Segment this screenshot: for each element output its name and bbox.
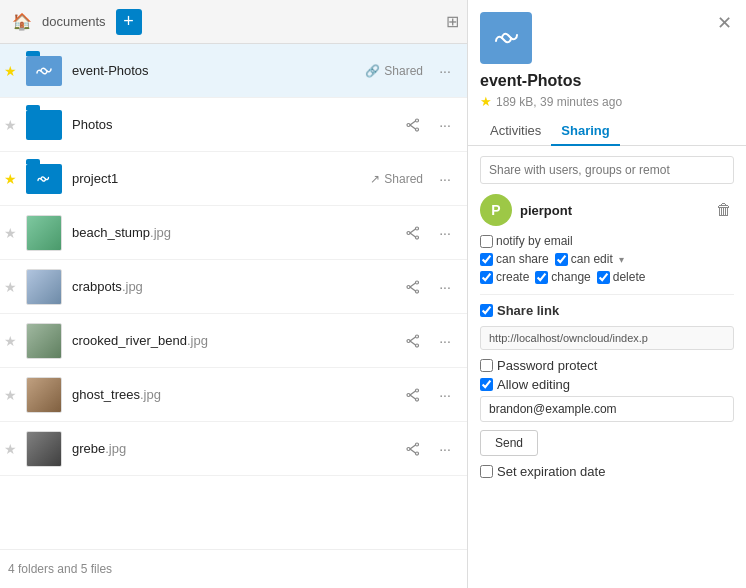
more-button[interactable]: ··· bbox=[431, 57, 459, 85]
star-icon[interactable]: ★ bbox=[4, 171, 24, 187]
svg-line-8 bbox=[410, 229, 416, 233]
permissions-section: notify by email can share can edit ▾ cre… bbox=[480, 234, 734, 284]
user-avatar: P bbox=[480, 194, 512, 226]
detail-header: ✕ bbox=[468, 0, 746, 72]
svg-line-29 bbox=[410, 449, 416, 453]
row-actions: ··· bbox=[399, 435, 459, 463]
star-icon[interactable]: ★ bbox=[4, 279, 24, 295]
svg-point-17 bbox=[407, 339, 410, 342]
list-item[interactable]: ★ crabpots.jpg ··· bbox=[0, 260, 467, 314]
shared-user-row: P pierpont 🗑 bbox=[480, 194, 734, 226]
home-icon[interactable]: 🏠 bbox=[8, 8, 36, 36]
more-button[interactable]: ··· bbox=[431, 111, 459, 139]
row-actions: ··· bbox=[431, 57, 459, 85]
star-icon[interactable]: ★ bbox=[4, 441, 24, 457]
delete-label[interactable]: delete bbox=[597, 270, 646, 284]
delete-checkbox[interactable] bbox=[597, 271, 610, 284]
share-button[interactable] bbox=[399, 219, 427, 247]
divider bbox=[480, 294, 734, 295]
email-input[interactable] bbox=[480, 396, 734, 422]
more-button[interactable]: ··· bbox=[431, 273, 459, 301]
more-button[interactable]: ··· bbox=[431, 435, 459, 463]
more-button[interactable]: ··· bbox=[431, 165, 459, 193]
can-edit-label[interactable]: can edit bbox=[555, 252, 613, 266]
share-icon-small: ↗ bbox=[370, 172, 380, 186]
expiration-row: Set expiration date bbox=[480, 464, 734, 479]
filename: event-Photos bbox=[72, 63, 365, 78]
svg-point-16 bbox=[416, 344, 419, 347]
svg-point-15 bbox=[416, 335, 419, 338]
top-bar: 🏠 documents + ⊞ bbox=[0, 0, 467, 44]
share-button[interactable] bbox=[399, 327, 427, 355]
star-icon[interactable]: ★ bbox=[4, 117, 24, 133]
list-item[interactable]: ★ beach_stump.jpg ··· bbox=[0, 206, 467, 260]
svg-line-23 bbox=[410, 391, 416, 395]
notify-email-checkbox[interactable] bbox=[480, 235, 493, 248]
file-list: ★ event-Photos 🔗 Shared ··· ★ bbox=[0, 44, 467, 549]
star-icon[interactable]: ★ bbox=[4, 63, 24, 79]
star-icon[interactable]: ★ bbox=[4, 333, 24, 349]
expiration-label[interactable]: Set expiration date bbox=[480, 464, 605, 479]
can-share-checkbox[interactable] bbox=[480, 253, 493, 266]
can-edit-checkbox[interactable] bbox=[555, 253, 568, 266]
svg-line-19 bbox=[410, 341, 416, 345]
password-protect-checkbox[interactable] bbox=[480, 359, 493, 372]
notify-row: notify by email bbox=[480, 234, 734, 248]
list-item[interactable]: ★ crooked_river_bend.jpg ··· bbox=[0, 314, 467, 368]
file-thumbnail bbox=[24, 375, 64, 415]
more-button[interactable]: ··· bbox=[431, 381, 459, 409]
svg-point-5 bbox=[416, 227, 419, 230]
share-button[interactable] bbox=[399, 111, 427, 139]
list-item[interactable]: ★ ghost_trees.jpg ··· bbox=[0, 368, 467, 422]
svg-line-13 bbox=[410, 283, 416, 287]
share-link-label[interactable]: Share link bbox=[480, 303, 559, 318]
tab-sharing[interactable]: Sharing bbox=[551, 117, 619, 146]
svg-line-24 bbox=[410, 395, 416, 399]
send-button[interactable]: Send bbox=[480, 430, 538, 456]
share-link-checkbox[interactable] bbox=[480, 304, 493, 317]
expiration-checkbox[interactable] bbox=[480, 465, 493, 478]
filename: beach_stump.jpg bbox=[72, 225, 399, 240]
permissions-dropdown-icon[interactable]: ▾ bbox=[619, 254, 624, 265]
create-label[interactable]: create bbox=[480, 270, 529, 284]
share-button[interactable] bbox=[399, 435, 427, 463]
file-list-panel: 🏠 documents + ⊞ ★ event-Photos 🔗 Shared bbox=[0, 0, 468, 588]
breadcrumb: documents bbox=[42, 14, 106, 29]
row-actions: ··· bbox=[399, 273, 459, 301]
more-button[interactable]: ··· bbox=[431, 327, 459, 355]
add-button[interactable]: + bbox=[116, 9, 142, 35]
footer-info: 4 folders and 5 files bbox=[0, 549, 467, 588]
share-button[interactable] bbox=[399, 273, 427, 301]
row-actions: ··· bbox=[399, 327, 459, 355]
more-button[interactable]: ··· bbox=[431, 219, 459, 247]
folder-icon bbox=[24, 51, 64, 91]
list-item[interactable]: ★ Photos ··· bbox=[0, 98, 467, 152]
close-button[interactable]: ✕ bbox=[715, 12, 734, 34]
remove-user-button[interactable]: 🗑 bbox=[714, 199, 734, 221]
svg-point-7 bbox=[407, 231, 410, 234]
star-icon[interactable]: ★ bbox=[4, 387, 24, 403]
change-label[interactable]: change bbox=[535, 270, 590, 284]
list-item[interactable]: ★ project1 ↗ Shared ··· bbox=[0, 152, 467, 206]
list-item[interactable]: ★ event-Photos 🔗 Shared ··· bbox=[0, 44, 467, 98]
change-checkbox[interactable] bbox=[535, 271, 548, 284]
list-item[interactable]: ★ grebe.jpg ··· bbox=[0, 422, 467, 476]
row-actions: ··· bbox=[399, 219, 459, 247]
grid-view-icon[interactable]: ⊞ bbox=[446, 12, 459, 31]
password-protect-label[interactable]: Password protect bbox=[480, 358, 597, 373]
star-icon[interactable]: ★ bbox=[4, 225, 24, 241]
allow-editing-label[interactable]: Allow editing bbox=[480, 377, 570, 392]
share-search-input[interactable] bbox=[480, 156, 734, 184]
notify-email-label[interactable]: notify by email bbox=[480, 234, 573, 248]
share-button[interactable] bbox=[399, 381, 427, 409]
password-protect-row: Password protect bbox=[480, 358, 734, 373]
can-share-label[interactable]: can share bbox=[480, 252, 549, 266]
share-link-url-input[interactable] bbox=[480, 326, 734, 350]
tab-activities[interactable]: Activities bbox=[480, 117, 551, 146]
allow-editing-checkbox[interactable] bbox=[480, 378, 493, 391]
svg-point-21 bbox=[416, 398, 419, 401]
user-name: pierpont bbox=[520, 203, 706, 218]
shared-badge: ↗ Shared bbox=[370, 172, 423, 186]
create-checkbox[interactable] bbox=[480, 271, 493, 284]
file-thumbnail bbox=[24, 321, 64, 361]
